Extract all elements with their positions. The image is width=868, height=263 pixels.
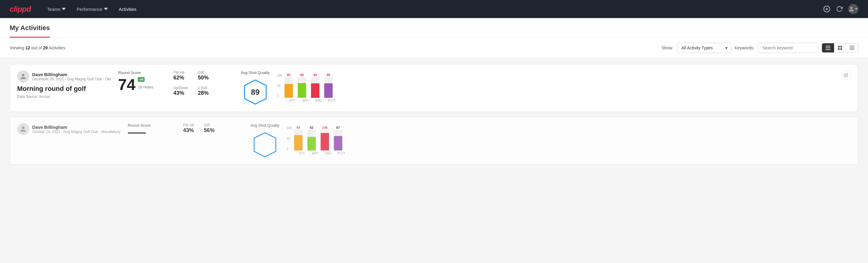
updown-label: Up/Down bbox=[173, 86, 188, 90]
oneputt-label: 1 Putt bbox=[198, 86, 209, 90]
list-view-button[interactable] bbox=[822, 43, 834, 52]
activity-type-dropdown[interactable]: All Activity Types bbox=[677, 43, 731, 53]
show-label: Show: bbox=[662, 46, 673, 50]
bar-inner-app bbox=[298, 83, 306, 98]
gir-value: 56% bbox=[204, 127, 214, 134]
bar-group-putt: 87 bbox=[334, 126, 342, 150]
bar-outer-arg bbox=[311, 77, 319, 98]
bar-group-ott: 85 bbox=[284, 73, 293, 98]
bar-value-app: 90 bbox=[300, 73, 304, 77]
chart-label-arg: ARG bbox=[314, 99, 323, 102]
bar-outer-putt bbox=[324, 77, 333, 98]
bar-value-ott: 85 bbox=[287, 73, 290, 77]
score-number: 74 bbox=[118, 77, 135, 92]
bar-outer-app bbox=[298, 77, 306, 98]
bar-inner-arg bbox=[311, 83, 319, 98]
bar-group-putt: 89 bbox=[324, 73, 333, 98]
avg-shot-quality-label: Avg Shot Quality bbox=[251, 123, 280, 127]
svg-rect-11 bbox=[850, 47, 855, 48]
bar-group-ott: 94 bbox=[294, 126, 303, 150]
bar-value-ott: 94 bbox=[297, 126, 300, 129]
oneputt-value: 28% bbox=[198, 90, 209, 96]
score-badge: +4 bbox=[138, 77, 145, 82]
data-source: Data Source: Arccos bbox=[17, 94, 111, 99]
svg-marker-15 bbox=[254, 133, 276, 157]
view-toggle bbox=[822, 43, 858, 53]
user-avatar[interactable] bbox=[848, 4, 858, 14]
activity-card: Dave Billingham December 05, 2021 - Gog … bbox=[10, 64, 858, 112]
fw-hit-label: FW Hit bbox=[173, 70, 188, 75]
quality-hexagon: 89 bbox=[243, 79, 268, 106]
compact-view-icon bbox=[850, 46, 855, 50]
chart-bars: 85 90 bbox=[284, 74, 333, 98]
quality-section: Avg Shot Quality 89 100 50 0 bbox=[241, 70, 834, 106]
stat-col-left: FW Hit 62% Up/Down 43% bbox=[173, 70, 188, 96]
avg-shot-quality-label: Avg Shot Quality bbox=[241, 70, 270, 75]
hexagon-wrap: Avg Shot Quality bbox=[251, 123, 280, 158]
bar-outer-ott bbox=[284, 77, 293, 98]
person-icon bbox=[20, 73, 27, 80]
bar-inner-putt bbox=[324, 83, 333, 98]
svg-rect-6 bbox=[838, 46, 840, 48]
fw-hit-value: 62% bbox=[173, 75, 188, 81]
list-view-icon bbox=[826, 46, 830, 50]
app-logo[interactable]: clippd bbox=[10, 4, 31, 14]
chart-y-50: 50 bbox=[277, 84, 282, 88]
page-header: My Activities bbox=[0, 18, 868, 38]
search-input[interactable] bbox=[758, 43, 818, 53]
svg-rect-9 bbox=[840, 48, 842, 50]
nav-item-activities[interactable]: Activities bbox=[115, 4, 141, 14]
bar-value-app: 82 bbox=[310, 126, 313, 129]
score-display: 74 +4 18 Holes bbox=[118, 77, 166, 92]
svg-rect-3 bbox=[826, 46, 830, 46]
gir-label: GIR bbox=[204, 123, 214, 127]
round-score-section: Round Score bbox=[128, 123, 176, 134]
nav-item-teams[interactable]: Teams bbox=[43, 4, 70, 14]
chart-label-ott: OTT bbox=[298, 152, 306, 155]
gir-value: 50% bbox=[198, 75, 209, 81]
card-user: Dave Billingham October 16, 2021 - Gog M… bbox=[17, 123, 121, 135]
quality-score: 89 bbox=[251, 88, 259, 97]
stats-section: FW Hit 43% GIR 56% bbox=[183, 123, 243, 134]
round-score-label: Round Score bbox=[128, 123, 176, 127]
viewing-count: Viewing 12 out of 29 Activities bbox=[10, 46, 657, 50]
svg-rect-10 bbox=[850, 46, 855, 46]
chevron-down-icon bbox=[104, 7, 108, 11]
grid-view-button[interactable] bbox=[834, 43, 846, 52]
chart-label-app: APP bbox=[301, 99, 309, 102]
fw-hit-stat: FW Hit 43% bbox=[183, 123, 194, 134]
bar-group-app: 90 bbox=[298, 73, 306, 98]
user-date: October 16, 2021 - Gog Magog Golf Club -… bbox=[32, 130, 121, 134]
bar-value-arg: 106 bbox=[322, 126, 328, 129]
nav-item-performance[interactable]: Performance bbox=[72, 4, 112, 14]
svg-rect-5 bbox=[826, 49, 830, 50]
chart-x-labels: OTT APP ARG PUTT bbox=[288, 99, 336, 102]
bar-group-arg: 106 bbox=[320, 126, 329, 150]
refresh-icon[interactable] bbox=[836, 5, 843, 13]
compact-view-button[interactable] bbox=[846, 43, 858, 52]
activity-type-dropdown-wrap: All Activity Types bbox=[677, 43, 731, 53]
gir-stat: GIR 50% bbox=[198, 70, 209, 81]
bar-group-arg: 89 bbox=[311, 73, 319, 98]
svg-rect-13 bbox=[850, 49, 855, 50]
stats-section: FW Hit 62% Up/Down 43% GIR 50% 1 Putt 28… bbox=[173, 70, 234, 96]
card-user: Dave Billingham December 05, 2021 - Gog … bbox=[17, 70, 111, 83]
chart-y-0: 0 bbox=[287, 147, 292, 150]
svg-rect-12 bbox=[850, 48, 855, 49]
chart-label-ott: OTT bbox=[288, 99, 296, 102]
card-left: Dave Billingham December 05, 2021 - Gog … bbox=[17, 70, 111, 99]
fw-hit-label: FW Hit bbox=[183, 123, 194, 127]
user-date: December 05, 2021 - Gog Magog Golf Club … bbox=[32, 77, 111, 81]
pencil-icon bbox=[844, 73, 848, 77]
round-score-section: Round Score 74 +4 18 Holes bbox=[118, 70, 166, 92]
fw-hit-stat: FW Hit 62% bbox=[173, 70, 188, 81]
chart-bars: 94 82 106 bbox=[294, 126, 342, 150]
card-left: Dave Billingham October 16, 2021 - Gog M… bbox=[17, 123, 121, 137]
avatar-chevron-icon bbox=[855, 7, 858, 10]
bar-inner-ott bbox=[284, 84, 293, 98]
edit-button[interactable] bbox=[841, 70, 851, 80]
user-info: Dave Billingham December 05, 2021 - Gog … bbox=[32, 72, 111, 81]
shot-quality-chart: 100 50 0 85 bbox=[277, 74, 336, 102]
updown-stat: Up/Down 43% bbox=[173, 86, 188, 96]
add-icon[interactable] bbox=[823, 5, 831, 13]
